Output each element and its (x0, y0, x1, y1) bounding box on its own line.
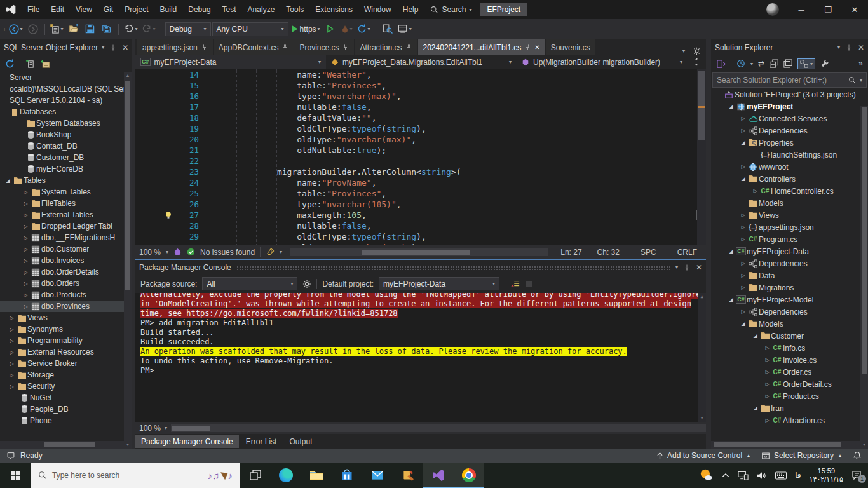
tree-item[interactable]: ◢C#myEFProject-Model (711, 294, 868, 306)
stop-icon[interactable] (526, 280, 533, 288)
lightbulb-icon[interactable] (165, 211, 172, 219)
collapsed-arrow-icon[interactable]: ▷ (739, 236, 747, 242)
tree-item[interactable]: ocaldb)\MSSQLLocalDB (SQL Serv (0, 83, 132, 95)
collapsed-arrow-icon[interactable]: ▷ (22, 269, 30, 275)
select-repository-button[interactable]: Select Repository ▲ (761, 451, 843, 460)
minimize-button[interactable]: ─ (788, 0, 815, 19)
tree-item[interactable]: ◢Tables (0, 175, 132, 186)
file-explorer-icon[interactable] (301, 463, 332, 488)
wrench-icon[interactable] (820, 59, 829, 68)
mail-icon[interactable] (362, 463, 393, 488)
console-output[interactable]: Alternatively, exclude the property from… (135, 293, 706, 422)
collapsed-arrow-icon[interactable]: ▷ (739, 224, 747, 230)
tree-item[interactable]: ▷FileTables (0, 198, 132, 209)
menu-view[interactable]: View (70, 0, 98, 19)
code-line[interactable]: 29 oldClrType: typeof(string), (135, 231, 697, 242)
tree-item[interactable]: Models (711, 197, 868, 209)
menu-extensions[interactable]: Extensions (309, 0, 358, 19)
tree-item[interactable]: ▷dbo.OrderDetails (0, 266, 132, 278)
tree-item[interactable]: ▷C#Product.cs (711, 390, 868, 402)
tree-item[interactable]: Server (0, 72, 132, 83)
account-avatar[interactable] (766, 3, 779, 16)
collapsed-arrow-icon[interactable]: ▷ (763, 369, 771, 375)
collapsed-arrow-icon[interactable]: ▷ (22, 292, 30, 298)
tree-item[interactable]: ▷External Tables (0, 209, 132, 220)
sync-active-document-icon[interactable] (716, 59, 726, 69)
tree-item[interactable]: ◢myEFProject (711, 100, 868, 112)
visual-studio-taskbar-icon[interactable] (423, 463, 454, 488)
sql-vertical-scrollbar[interactable]: ▲ ▼ (124, 72, 132, 449)
editor-vertical-scrollbar[interactable] (697, 69, 706, 245)
tree-item[interactable]: ▷wwwroot (711, 161, 868, 173)
tree-item[interactable]: myEFCoreDB (0, 163, 132, 175)
task-view-button[interactable] (240, 463, 271, 488)
tree-item[interactable]: ▷External Resources (0, 346, 132, 358)
tree-item[interactable]: ▷System Tables (0, 186, 132, 198)
expanded-arrow-icon[interactable]: ◢ (727, 104, 735, 109)
tree-item[interactable]: ▷Storage (0, 369, 132, 381)
expanded-arrow-icon[interactable]: ◢ (727, 297, 735, 302)
menu-git[interactable]: Git (98, 0, 119, 19)
menu-help[interactable]: Help (397, 0, 424, 19)
pin-icon[interactable] (845, 44, 853, 51)
collapsed-arrow-icon[interactable]: ▷ (739, 261, 747, 266)
menu-project[interactable]: Project (119, 0, 154, 19)
console-horizontal-scrollbar[interactable] (171, 424, 706, 432)
window-position-icon[interactable]: ▾ (675, 264, 678, 270)
tree-item[interactable]: ▷dbo.Products (0, 289, 132, 301)
tree-item[interactable]: ▷Views (711, 209, 868, 221)
collapsed-arrow-icon[interactable]: ▷ (739, 212, 747, 218)
tree-item[interactable]: ◢Models (711, 318, 868, 330)
tree-item[interactable]: SQL Server 15.0.2104 - sa) (0, 95, 132, 106)
menu-file[interactable]: File (22, 0, 45, 19)
tree-item[interactable]: ▷{..}appsettings.json (711, 221, 868, 233)
collapsed-arrow-icon[interactable]: ▷ (22, 258, 30, 264)
code-line[interactable]: 19 oldClrType: typeof(string), (135, 123, 697, 134)
browser-link-button[interactable]: ▾ (397, 22, 413, 37)
code-line[interactable]: 20 oldType: "nvarchar(max)", (135, 134, 697, 145)
code-line[interactable]: 22 (135, 156, 697, 166)
document-tab[interactable]: AppDBContext.cs (214, 39, 294, 55)
pin-icon[interactable] (342, 44, 349, 51)
add-to-source-control-button[interactable]: Add to Source Control ▲ (656, 451, 751, 460)
tree-item[interactable]: ◢C#myEFProject-Data (711, 245, 868, 257)
code-line[interactable]: 17 nullable: false, (135, 102, 697, 112)
editor-horizontal-scrollbar[interactable] (290, 248, 548, 256)
pin-icon[interactable] (683, 264, 691, 271)
close-button[interactable]: ✕ (841, 0, 868, 19)
menu-analyze[interactable]: Analyze (242, 0, 281, 19)
document-tab[interactable]: Province.cs (294, 39, 354, 55)
tree-item[interactable]: Solution 'EFProject' (3 of 3 projects) (711, 88, 868, 100)
collapse-all-icon[interactable] (770, 59, 778, 68)
document-tab[interactable]: appsettings.json (137, 39, 213, 55)
menu-build[interactable]: Build (154, 0, 183, 19)
collapsed-arrow-icon[interactable]: ▷ (739, 273, 747, 278)
menu-tools[interactable]: Tools (280, 0, 309, 19)
bottom-tab[interactable]: Error List (240, 435, 283, 448)
tree-item[interactable]: ◢Properties (711, 137, 868, 149)
expanded-arrow-icon[interactable]: ◢ (739, 140, 747, 146)
collapsed-arrow-icon[interactable]: ▷ (763, 381, 771, 387)
close-icon[interactable]: ✕ (534, 44, 539, 51)
collapsed-arrow-icon[interactable]: ▷ (22, 304, 30, 309)
breadcrumb-type-dropdown[interactable]: myEFProject_Data.Migrations.EditAllTbl1 … (326, 55, 517, 69)
collapsed-arrow-icon[interactable]: ▷ (739, 309, 747, 315)
collapsed-arrow-icon[interactable]: ▷ (8, 372, 16, 378)
tree-item[interactable]: ▷dbo.Invoices (0, 255, 132, 266)
save-button[interactable] (83, 22, 98, 37)
language-indicator[interactable]: فا (795, 471, 801, 480)
navigate-forward-button[interactable] (25, 22, 41, 37)
se-vertical-scrollbar[interactable]: ▼ (860, 106, 868, 449)
expanded-arrow-icon[interactable]: ◢ (4, 178, 12, 184)
collapsed-arrow-icon[interactable]: ▷ (22, 212, 30, 218)
collapsed-arrow-icon[interactable]: ▷ (739, 128, 747, 133)
start-without-debug-button[interactable] (323, 22, 338, 37)
tree-item[interactable]: ▷Dropped Ledger Tabl (0, 220, 132, 232)
collapsed-arrow-icon[interactable]: ▷ (22, 281, 30, 287)
collapsed-arrow-icon[interactable]: ▷ (8, 384, 16, 390)
tree-item[interactable]: ◢Customer (711, 330, 868, 342)
restore-button[interactable]: ❐ (815, 0, 841, 19)
tree-item[interactable]: ▷dbo.Orders (0, 278, 132, 289)
properties-window-icon[interactable] (783, 59, 792, 68)
code-line[interactable]: 14 name: "Weather", (135, 69, 697, 80)
